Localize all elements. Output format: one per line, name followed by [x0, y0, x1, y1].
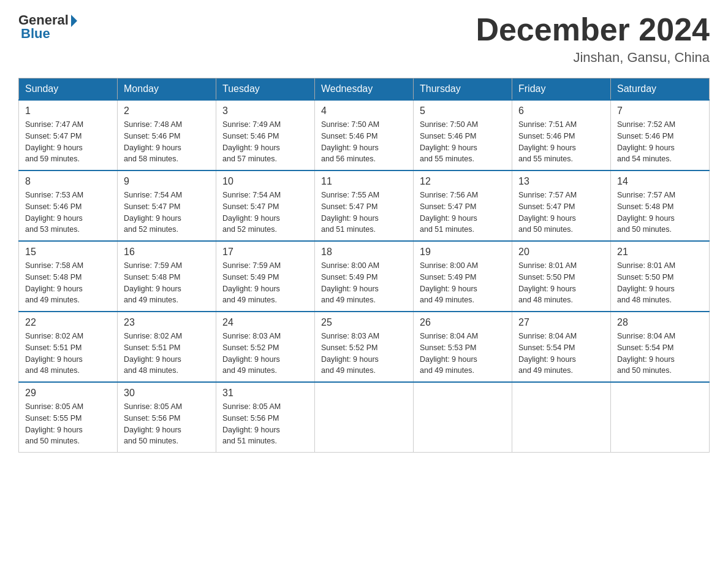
calendar-cell: 21 Sunrise: 8:01 AM Sunset: 5:50 PM Dayl…: [611, 241, 710, 312]
day-info: Sunrise: 8:02 AM Sunset: 5:51 PM Dayligh…: [124, 331, 210, 377]
calendar-table: SundayMondayTuesdayWednesdayThursdayFrid…: [18, 78, 710, 453]
day-info: Sunrise: 8:05 AM Sunset: 5:56 PM Dayligh…: [124, 401, 210, 447]
day-number: 3: [222, 105, 308, 117]
title-section: December 2024 Jinshan, Gansu, China: [476, 12, 710, 66]
calendar-cell: 25 Sunrise: 8:03 AM Sunset: 5:52 PM Dayl…: [315, 312, 414, 382]
day-info: Sunrise: 8:04 AM Sunset: 5:53 PM Dayligh…: [420, 331, 506, 377]
day-info: Sunrise: 7:54 AM Sunset: 5:47 PM Dayligh…: [124, 190, 210, 236]
day-info: Sunrise: 7:55 AM Sunset: 5:47 PM Dayligh…: [321, 190, 407, 236]
calendar-cell: 3 Sunrise: 7:49 AM Sunset: 5:46 PM Dayli…: [216, 100, 315, 170]
calendar-cell: [315, 382, 414, 453]
logo-arrow-icon: [71, 15, 77, 27]
calendar-cell: 5 Sunrise: 7:50 AM Sunset: 5:46 PM Dayli…: [414, 100, 512, 170]
calendar-cell: 16 Sunrise: 7:59 AM Sunset: 5:48 PM Dayl…: [118, 241, 216, 312]
day-number: 23: [124, 317, 210, 328]
day-info: Sunrise: 7:57 AM Sunset: 5:48 PM Dayligh…: [617, 190, 703, 236]
calendar-cell: 13 Sunrise: 7:57 AM Sunset: 5:47 PM Dayl…: [512, 170, 611, 241]
day-number: 16: [124, 247, 210, 258]
weekday-header-thursday: Thursday: [414, 79, 512, 101]
day-number: 7: [617, 105, 703, 117]
day-info: Sunrise: 8:03 AM Sunset: 5:52 PM Dayligh…: [222, 331, 308, 377]
page-header: General Blue December 2024 Jinshan, Gans…: [18, 12, 710, 66]
calendar-cell: 22 Sunrise: 8:02 AM Sunset: 5:51 PM Dayl…: [19, 312, 118, 382]
calendar-cell: 29 Sunrise: 8:05 AM Sunset: 5:55 PM Dayl…: [19, 382, 118, 453]
day-info: Sunrise: 7:50 AM Sunset: 5:46 PM Dayligh…: [420, 119, 506, 165]
calendar-week-row: 8 Sunrise: 7:53 AM Sunset: 5:46 PM Dayli…: [19, 170, 710, 241]
calendar-week-row: 15 Sunrise: 7:58 AM Sunset: 5:48 PM Dayl…: [19, 241, 710, 312]
day-info: Sunrise: 8:01 AM Sunset: 5:50 PM Dayligh…: [617, 260, 703, 306]
calendar-cell: 31 Sunrise: 8:05 AM Sunset: 5:56 PM Dayl…: [216, 382, 315, 453]
day-number: 11: [321, 176, 407, 187]
day-number: 26: [420, 317, 506, 328]
day-number: 13: [518, 176, 604, 187]
day-number: 12: [420, 176, 506, 187]
day-number: 29: [25, 388, 111, 399]
calendar-cell: 17 Sunrise: 7:59 AM Sunset: 5:49 PM Dayl…: [216, 241, 315, 312]
location-text: Jinshan, Gansu, China: [476, 50, 710, 66]
calendar-cell: 19 Sunrise: 8:00 AM Sunset: 5:49 PM Dayl…: [414, 241, 512, 312]
day-number: 9: [124, 176, 210, 187]
day-info: Sunrise: 7:56 AM Sunset: 5:47 PM Dayligh…: [420, 190, 506, 236]
day-info: Sunrise: 7:54 AM Sunset: 5:47 PM Dayligh…: [222, 190, 308, 236]
weekday-header-sunday: Sunday: [19, 79, 118, 101]
day-info: Sunrise: 8:00 AM Sunset: 5:49 PM Dayligh…: [420, 260, 506, 306]
day-number: 10: [222, 176, 308, 187]
day-info: Sunrise: 8:01 AM Sunset: 5:50 PM Dayligh…: [518, 260, 604, 306]
calendar-cell: 12 Sunrise: 7:56 AM Sunset: 5:47 PM Dayl…: [414, 170, 512, 241]
day-info: Sunrise: 8:05 AM Sunset: 5:55 PM Dayligh…: [25, 401, 111, 447]
weekday-header-saturday: Saturday: [611, 79, 710, 101]
logo: General Blue: [18, 12, 77, 42]
calendar-cell: 11 Sunrise: 7:55 AM Sunset: 5:47 PM Dayl…: [315, 170, 414, 241]
day-number: 14: [617, 176, 703, 187]
calendar-cell: 28 Sunrise: 8:04 AM Sunset: 5:54 PM Dayl…: [611, 312, 710, 382]
day-number: 4: [321, 105, 407, 117]
day-number: 28: [617, 317, 703, 328]
calendar-cell: 15 Sunrise: 7:58 AM Sunset: 5:48 PM Dayl…: [19, 241, 118, 312]
calendar-cell: 26 Sunrise: 8:04 AM Sunset: 5:53 PM Dayl…: [414, 312, 512, 382]
calendar-week-row: 22 Sunrise: 8:02 AM Sunset: 5:51 PM Dayl…: [19, 312, 710, 382]
day-number: 25: [321, 317, 407, 328]
weekday-header-wednesday: Wednesday: [315, 79, 414, 101]
calendar-cell: 14 Sunrise: 7:57 AM Sunset: 5:48 PM Dayl…: [611, 170, 710, 241]
day-info: Sunrise: 8:04 AM Sunset: 5:54 PM Dayligh…: [518, 331, 604, 377]
weekday-header-tuesday: Tuesday: [216, 79, 315, 101]
calendar-cell: 6 Sunrise: 7:51 AM Sunset: 5:46 PM Dayli…: [512, 100, 611, 170]
calendar-week-row: 1 Sunrise: 7:47 AM Sunset: 5:47 PM Dayli…: [19, 100, 710, 170]
calendar-cell: 30 Sunrise: 8:05 AM Sunset: 5:56 PM Dayl…: [118, 382, 216, 453]
day-info: Sunrise: 7:58 AM Sunset: 5:48 PM Dayligh…: [25, 260, 111, 306]
day-info: Sunrise: 7:52 AM Sunset: 5:46 PM Dayligh…: [617, 119, 703, 165]
weekday-header-row: SundayMondayTuesdayWednesdayThursdayFrid…: [19, 79, 710, 101]
weekday-header-monday: Monday: [118, 79, 216, 101]
calendar-cell: 4 Sunrise: 7:50 AM Sunset: 5:46 PM Dayli…: [315, 100, 414, 170]
calendar-cell: 10 Sunrise: 7:54 AM Sunset: 5:47 PM Dayl…: [216, 170, 315, 241]
day-number: 1: [25, 105, 111, 117]
day-info: Sunrise: 7:48 AM Sunset: 5:46 PM Dayligh…: [124, 119, 210, 165]
day-info: Sunrise: 7:51 AM Sunset: 5:46 PM Dayligh…: [518, 119, 604, 165]
day-info: Sunrise: 7:57 AM Sunset: 5:47 PM Dayligh…: [518, 190, 604, 236]
calendar-cell: [512, 382, 611, 453]
day-number: 15: [25, 247, 111, 258]
day-info: Sunrise: 8:03 AM Sunset: 5:52 PM Dayligh…: [321, 331, 407, 377]
calendar-cell: 8 Sunrise: 7:53 AM Sunset: 5:46 PM Dayli…: [19, 170, 118, 241]
calendar-cell: 1 Sunrise: 7:47 AM Sunset: 5:47 PM Dayli…: [19, 100, 118, 170]
day-info: Sunrise: 8:05 AM Sunset: 5:56 PM Dayligh…: [222, 401, 308, 447]
day-number: 20: [518, 247, 604, 258]
calendar-cell: 24 Sunrise: 8:03 AM Sunset: 5:52 PM Dayl…: [216, 312, 315, 382]
day-info: Sunrise: 8:02 AM Sunset: 5:51 PM Dayligh…: [25, 331, 111, 377]
day-number: 18: [321, 247, 407, 258]
calendar-cell: 20 Sunrise: 8:01 AM Sunset: 5:50 PM Dayl…: [512, 241, 611, 312]
calendar-cell: [414, 382, 512, 453]
day-info: Sunrise: 8:00 AM Sunset: 5:49 PM Dayligh…: [321, 260, 407, 306]
month-title: December 2024: [476, 12, 710, 47]
day-number: 8: [25, 176, 111, 187]
day-number: 6: [518, 105, 604, 117]
day-number: 27: [518, 317, 604, 328]
day-info: Sunrise: 7:53 AM Sunset: 5:46 PM Dayligh…: [25, 190, 111, 236]
day-info: Sunrise: 7:49 AM Sunset: 5:46 PM Dayligh…: [222, 119, 308, 165]
day-number: 22: [25, 317, 111, 328]
calendar-cell: 9 Sunrise: 7:54 AM Sunset: 5:47 PM Dayli…: [118, 170, 216, 241]
day-number: 30: [124, 388, 210, 399]
weekday-header-friday: Friday: [512, 79, 611, 101]
day-info: Sunrise: 8:04 AM Sunset: 5:54 PM Dayligh…: [617, 331, 703, 377]
day-number: 24: [222, 317, 308, 328]
